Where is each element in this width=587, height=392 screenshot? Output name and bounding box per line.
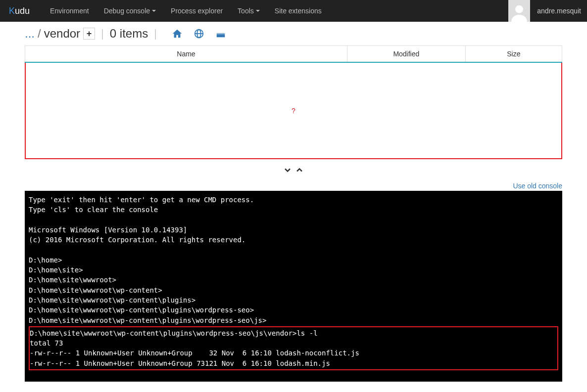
avatar[interactable]: [508, 0, 530, 22]
breadcrumb-ellipsis[interactable]: ...: [25, 27, 35, 41]
debug-console[interactable]: Type 'exit' then hit 'enter' to get a ne…: [25, 191, 562, 382]
nav-items: EnvironmentDebug console Process explore…: [43, 2, 329, 20]
nav-item-tools[interactable]: Tools: [230, 2, 267, 20]
nav-item-process-explorer[interactable]: Process explorer: [163, 2, 230, 20]
console-line: Microsoft Windows [Version 10.0.14393]: [29, 225, 558, 235]
main-content: ... / vendor + | 0 items | Name Modified…: [0, 22, 587, 382]
console-highlight-block: D:\home\site\wwwroot\wp-content\plugins\…: [29, 326, 558, 370]
svg-rect-4: [217, 34, 225, 37]
home-icon[interactable]: [172, 28, 183, 39]
console-link-row: Use old console: [25, 180, 562, 191]
console-line: total 73: [30, 338, 557, 348]
divider: |: [151, 27, 160, 40]
breadcrumb-sep: /: [38, 27, 41, 41]
console-wrap: Type 'exit' then hit 'enter' to get a ne…: [25, 191, 562, 382]
console-line: [29, 245, 558, 255]
divider: |: [98, 27, 107, 40]
globe-icon[interactable]: [194, 28, 204, 39]
col-name[interactable]: Name: [25, 46, 347, 63]
console-line: D:\home\site>: [29, 265, 558, 275]
console-line: [29, 215, 558, 225]
console-line: (c) 2016 Microsoft Corporation. All righ…: [29, 235, 558, 245]
nav-item-debug-console[interactable]: Debug console: [97, 2, 163, 20]
nav-right: andre.mesquit: [508, 0, 581, 22]
nav-item-environment[interactable]: Environment: [43, 2, 97, 20]
console-prompt[interactable]: D:\home\site\wwwroot\wp-content\plugins\…: [29, 381, 558, 382]
breadcrumb-current: vendor: [44, 27, 80, 41]
brand-k: K: [9, 6, 15, 16]
chevron-down-icon: [256, 10, 260, 12]
nav-item-site-extensions[interactable]: Site extensions: [267, 2, 329, 20]
console-line: Type 'cls' to clear the console: [29, 205, 558, 215]
console-line: D:\home\site\wwwroot\wp-content\plugins>: [29, 295, 558, 305]
brand-logo[interactable]: Kudu: [6, 6, 33, 16]
username-label[interactable]: andre.mesquit: [530, 7, 581, 15]
use-old-console-link[interactable]: Use old console: [513, 182, 562, 190]
dropzone-placeholder: ?: [292, 107, 295, 115]
console-line: D:\home\site\wwwroot\wp-content>: [29, 285, 558, 295]
top-navbar: Kudu EnvironmentDebug console Process ex…: [0, 0, 587, 22]
col-size[interactable]: Size: [465, 46, 562, 63]
user-icon: [510, 3, 529, 22]
console-line: -rw-r--r-- 1 Unknown+User Unknown+Group …: [30, 358, 557, 368]
breadcrumb: ... / vendor + | 0 items |: [25, 27, 562, 41]
add-button[interactable]: +: [83, 28, 95, 40]
console-line: D:\home>: [29, 255, 558, 265]
console-line: -rw-r--r-- 1 Unknown+User Unknown+Group …: [30, 348, 557, 358]
table-header-row: Name Modified Size: [25, 46, 562, 63]
console-line: [29, 371, 558, 381]
chevron-down-icon: [152, 10, 156, 12]
console-line: D:\home\site\wwwroot\wp-content\plugins\…: [30, 328, 557, 338]
file-table: Name Modified Size: [25, 45, 562, 63]
item-count: 0 items: [110, 27, 148, 41]
svg-rect-5: [217, 33, 225, 34]
disk-icon[interactable]: [215, 28, 226, 39]
toolbar-icons: [172, 28, 226, 39]
svg-point-0: [515, 5, 523, 13]
console-line: D:\home\site\wwwroot\wp-content\plugins\…: [29, 305, 558, 315]
console-line: Type 'exit' then hit 'enter' to get a ne…: [29, 195, 558, 205]
file-dropzone[interactable]: ?: [25, 63, 562, 159]
console-line: D:\home\site\wwwroot\wp-content\plugins\…: [29, 315, 558, 325]
chevron-up-icon[interactable]: [294, 165, 304, 175]
split-toggle: [25, 159, 562, 180]
console-line: D:\home\site\wwwroot>: [29, 275, 558, 285]
brand-text: udu: [15, 6, 30, 16]
chevron-down-icon[interactable]: [283, 165, 293, 175]
col-modified[interactable]: Modified: [347, 46, 466, 63]
